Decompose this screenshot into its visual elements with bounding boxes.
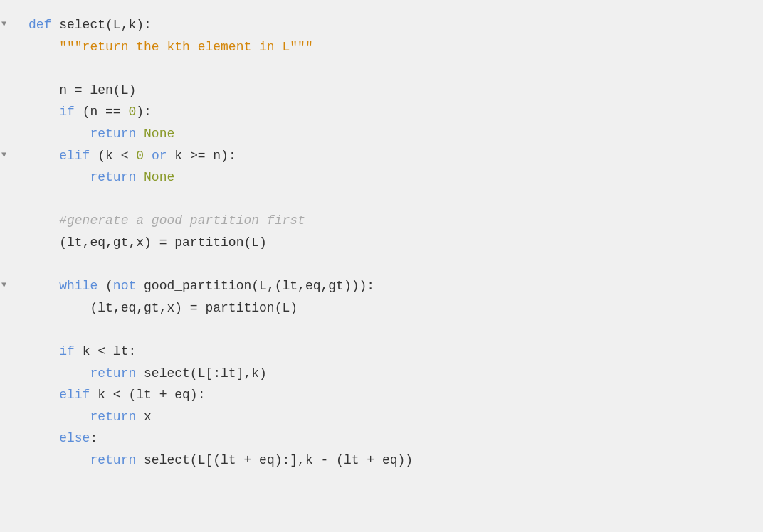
blank-line	[0, 319, 756, 341]
token-kw-def: def	[28, 18, 59, 32]
line-content: n = len(L)	[7, 80, 136, 102]
token-normal: select(L,k):	[59, 18, 152, 32]
line-content: return select(L[(lt + eq):],k - (lt + eq…	[7, 449, 413, 472]
token-string: """return the kth element in L"""	[59, 40, 312, 54]
code-line: return select(L[:lt],k)	[0, 363, 756, 385]
code-line: if (n == 0):	[0, 101, 756, 123]
token-kw-return: return	[90, 410, 144, 424]
code-line: (lt,eq,gt,x) = partition(L)	[0, 297, 756, 319]
line-content: return None	[7, 123, 174, 145]
line-content: #generate a good partition first	[7, 210, 305, 232]
code-line: return None	[0, 123, 756, 145]
token-kw-none: 0	[136, 149, 144, 163]
code-line: #generate a good partition first	[0, 210, 756, 232]
line-content: return select(L[:lt],k)	[7, 363, 267, 385]
token-normal: n = len(L)	[59, 83, 136, 97]
code-line: ▼ while (not good_partition(L,(lt,eq,gt)…	[0, 275, 756, 297]
line-content: if (n == 0):	[7, 101, 152, 123]
token-comment: #generate a good partition first	[59, 213, 305, 228]
token-normal: x	[144, 410, 152, 424]
fold-arrow-icon[interactable]: ▼	[1, 148, 10, 162]
token-kw-while: while	[59, 279, 105, 293]
code-line: return select(L[(lt + eq):],k - (lt + eq…	[0, 449, 756, 472]
token-kw-elif: elif	[59, 388, 98, 402]
token-normal: k < lt:	[83, 344, 137, 358]
token-kw-if: if	[59, 105, 82, 119]
fold-arrow-icon[interactable]: ▼	[1, 17, 10, 31]
token-kw-return: return	[90, 127, 144, 141]
token-kw-elif: elif	[59, 149, 98, 163]
line-content: (lt,eq,gt,x) = partition(L)	[7, 232, 267, 254]
token-normal: select(L[:lt],k)	[144, 366, 267, 381]
token-kw-else: else	[59, 431, 90, 445]
code-line: elif k < (lt + eq):	[0, 384, 756, 406]
token-kw-none: None	[144, 127, 174, 141]
token-normal: (n ==	[83, 105, 129, 119]
token-kw-return: return	[90, 366, 144, 381]
blank-line	[0, 254, 756, 276]
token-kw-if: if	[59, 344, 82, 358]
code-editor: ▼def select(L,k): """return the kth elem…	[0, 0, 763, 532]
line-content: (lt,eq,gt,x) = partition(L)	[7, 297, 298, 319]
code-line: return x	[0, 406, 756, 428]
token-normal: k < (lt + eq):	[98, 388, 205, 402]
token-normal: (	[105, 279, 113, 293]
code-line: else:	[0, 427, 756, 449]
code-line: ▼def select(L,k):	[0, 14, 756, 36]
token-normal: good_partition(L,(lt,eq,gt))):	[136, 279, 374, 293]
code-line: if k < lt:	[0, 341, 756, 363]
code-line: n = len(L)	[0, 80, 756, 102]
line-content: return None	[7, 166, 174, 188]
token-kw-not: not	[113, 279, 136, 293]
token-normal: ):	[136, 105, 152, 119]
line-content: elif k < (lt + eq):	[7, 384, 205, 406]
code-line: (lt,eq,gt,x) = partition(L)	[0, 232, 756, 254]
line-content: else:	[7, 427, 98, 449]
token-kw-or: or	[152, 149, 167, 163]
token-normal	[144, 149, 152, 163]
code-line: """return the kth element in L"""	[0, 36, 756, 58]
token-kw-none: 0	[128, 105, 136, 119]
line-content: while (not good_partition(L,(lt,eq,gt)))…	[7, 275, 374, 297]
line-content: """return the kth element in L"""	[7, 36, 313, 58]
token-kw-none: None	[144, 170, 174, 184]
token-normal: :	[90, 431, 98, 445]
token-normal: (k <	[98, 149, 136, 163]
line-content: return x	[7, 406, 152, 428]
token-normal: (lt,eq,gt,x) = partition(L)	[59, 235, 267, 250]
token-kw-return: return	[90, 453, 144, 467]
token-normal: k >= n):	[167, 149, 236, 163]
token-normal: (lt,eq,gt,x) = partition(L)	[90, 301, 298, 315]
token-kw-return: return	[90, 170, 144, 184]
token-normal: select(L[(lt + eq):],k - (lt + eq))	[144, 453, 413, 467]
line-content: if k < lt:	[7, 341, 136, 363]
blank-line	[0, 58, 756, 80]
fold-arrow-icon[interactable]: ▼	[1, 278, 10, 292]
blank-line	[0, 188, 756, 211]
line-content: def select(L,k):	[7, 14, 152, 36]
code-line: ▼ elif (k < 0 or k >= n):	[0, 145, 756, 167]
code-line: return None	[0, 166, 756, 188]
line-content: elif (k < 0 or k >= n):	[7, 145, 236, 167]
